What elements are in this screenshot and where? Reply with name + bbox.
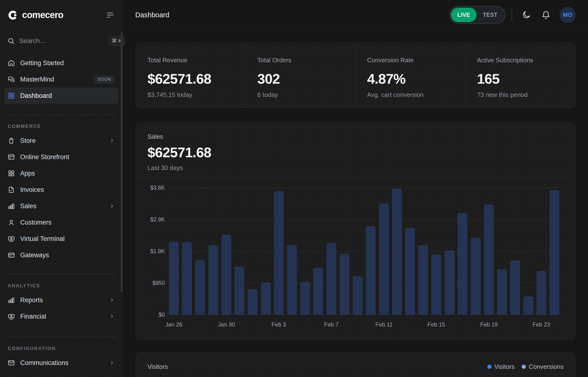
bar-feb-12[interactable] (392, 189, 402, 315)
bar-feb-14[interactable] (418, 245, 428, 315)
bar-jan-29[interactable] (208, 245, 218, 315)
sidebar-nav: Getting Started MasterMind SOON Dashboar… (0, 55, 122, 371)
sidebar-item-label: Gateways (20, 251, 49, 259)
user-avatar[interactable]: MO (560, 7, 576, 23)
search-bar[interactable]: ⌘ K (0, 34, 122, 47)
bar-feb-22[interactable] (523, 296, 533, 315)
bar-feb-2[interactable] (261, 282, 271, 315)
sidebar-divider (7, 274, 115, 274)
bar-feb-4[interactable] (287, 245, 297, 315)
brand-logo-link[interactable]: comecero (7, 9, 63, 21)
sidebar-item-label: Customers (20, 219, 52, 226)
sidebar-item-getting-started[interactable]: Getting Started (4, 55, 118, 71)
bar-feb-15[interactable] (431, 254, 441, 315)
notifications-button[interactable] (539, 8, 553, 22)
bar-chart-icon (8, 202, 15, 210)
sidebar-item-invoices[interactable]: Invoices (4, 182, 118, 198)
credit-card-icon (8, 251, 15, 259)
sidebar-item-online-storefront[interactable]: Online Storefront (4, 149, 118, 165)
bar-feb-23[interactable] (536, 271, 546, 315)
brand-logo-icon (7, 9, 19, 21)
search-input[interactable] (19, 37, 104, 45)
sidebar-item-reports[interactable]: Reports (4, 292, 118, 308)
bar-jan-26[interactable] (169, 242, 179, 315)
bar-feb-8[interactable] (340, 254, 349, 315)
legend-item-visitors[interactable]: Visitors (487, 363, 515, 370)
grid-icon (8, 170, 15, 177)
stat-sub: Avg. cart conversion (367, 91, 465, 99)
sidebar-item-sales[interactable]: Sales (4, 198, 118, 214)
sidebar-item-mastermind[interactable]: MasterMind SOON (4, 71, 118, 88)
sales-card: Sales $62571.68 Last 30 days $3.8K$2.9K$… (136, 123, 575, 340)
bar-feb-3[interactable] (274, 191, 284, 315)
grid-icon (8, 92, 15, 99)
live-toggle-button[interactable]: LIVE (451, 8, 477, 22)
sidebar-item-communications[interactable]: Communications (4, 355, 118, 371)
x-tick-label: Feb 19 (480, 321, 498, 328)
y-tick-label: $3.8K (136, 185, 165, 191)
sidebar-item-label: Invoices (20, 186, 44, 194)
bar-feb-1[interactable] (248, 289, 257, 315)
stat-label: Conversion Rate (367, 57, 465, 64)
stat-total-revenue: Total Revenue $62571.68 $3,745.15 today (136, 43, 245, 107)
brand-wordmark: comecero (22, 10, 63, 20)
sidebar-item-label: MasterMind (20, 76, 54, 83)
sidebar-item-dashboard[interactable]: Dashboard (4, 88, 118, 104)
sidebar-item-label: Getting Started (20, 59, 64, 67)
bar-feb-20[interactable] (497, 269, 507, 315)
bar-feb-9[interactable] (353, 276, 362, 315)
sidebar-item-customers[interactable]: Customers (4, 214, 118, 231)
bar-feb-18[interactable] (471, 238, 481, 315)
card-divider (136, 177, 575, 177)
chart-legend: Visitors Conversions (487, 363, 564, 370)
chevron-right-icon (109, 314, 115, 319)
sidebar-item-financial[interactable]: Financial (4, 308, 118, 325)
legend-dot-conversions (522, 365, 526, 369)
search-icon (7, 37, 15, 45)
legend-item-conversions[interactable]: Conversions (522, 363, 564, 370)
x-tick-label: Feb 15 (428, 321, 445, 328)
sidebar-item-virtual-terminal[interactable]: Virtual Terminal (4, 231, 118, 247)
bar-jan-30[interactable] (222, 235, 231, 315)
dark-mode-toggle[interactable] (519, 8, 533, 22)
bar-feb-6[interactable] (313, 268, 323, 315)
sidebar-item-label: Financial (20, 313, 46, 320)
bar-feb-16[interactable] (444, 250, 455, 315)
sidebar-divider (7, 337, 115, 337)
stat-sub: 6 today (257, 91, 355, 99)
home-icon (8, 59, 15, 67)
y-axis: $3.8K$2.9K$1.9K$950$0 (136, 188, 165, 315)
sidebar-scrollbar-thumb[interactable] (121, 32, 122, 292)
topbar-divider (512, 9, 512, 21)
bar-feb-19[interactable] (484, 204, 494, 315)
sidebar-item-label: Communications (20, 359, 68, 367)
test-toggle-button[interactable]: TEST (477, 12, 504, 18)
bar-feb-13[interactable] (405, 228, 415, 315)
bar-feb-11[interactable] (379, 203, 389, 315)
sidebar-collapse-button[interactable] (105, 11, 115, 19)
legend-dot-visitors (487, 365, 491, 369)
bar-jan-27[interactable] (182, 242, 192, 315)
bar-feb-7[interactable] (326, 243, 336, 315)
moon-icon (522, 10, 531, 20)
bar-feb-21[interactable] (510, 260, 520, 315)
chevron-right-icon (109, 203, 115, 209)
bar-feb-10[interactable] (366, 226, 376, 315)
stat-conversion-rate: Conversion Rate 4.87% Avg. cart conversi… (355, 43, 465, 107)
sidebar-item-label: Reports (20, 296, 43, 304)
legend-label: Conversions (529, 363, 564, 370)
bar-jan-31[interactable] (234, 267, 244, 315)
soon-badge: SOON (94, 75, 115, 84)
bar-feb-24[interactable] (550, 190, 559, 315)
sidebar-item-gateways[interactable]: Gateways (4, 247, 118, 263)
sidebar-item-apps[interactable]: Apps (4, 165, 118, 182)
bar-jan-28[interactable] (195, 260, 205, 315)
bar-feb-17[interactable] (458, 213, 467, 315)
sidebar-item-store[interactable]: Store (4, 132, 118, 149)
browser-icon (8, 153, 15, 161)
sidebar-item-label: Dashboard (20, 92, 52, 100)
section-label-commerce: COMMERCE (8, 124, 115, 129)
sidebar: comecero ⌘ K Getting Started MasterMind … (0, 0, 123, 377)
chat-bubbles-icon (8, 76, 15, 83)
bar-feb-5[interactable] (300, 282, 310, 315)
